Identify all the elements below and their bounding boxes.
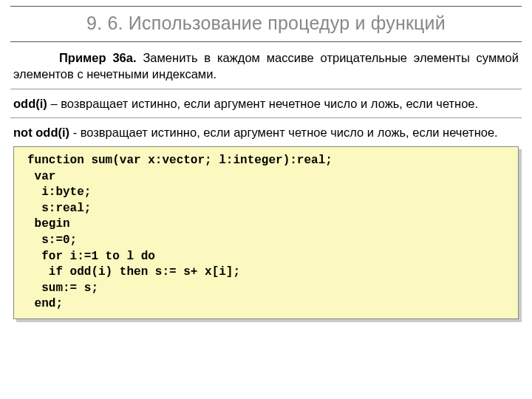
note-odd: odd(i) – возвращает истинно, если аргуме…	[10, 95, 522, 112]
divider-2	[10, 117, 522, 118]
code-line: var	[27, 170, 55, 183]
divider-1	[10, 89, 522, 89]
note-odd-sep: –	[47, 97, 61, 110]
slide-title: 9. 6. Использование процедур и функций	[13, 13, 519, 34]
note-not-odd-sep: -	[69, 126, 81, 139]
example-label: Пример 36а.	[59, 51, 137, 64]
code-line: begin	[27, 217, 70, 231]
code-line: for i:=1 to l do	[27, 250, 155, 263]
code-line: end;	[27, 297, 63, 310]
code-line: sum:= s;	[27, 282, 98, 295]
note-not-odd-desc: возвращает истинно, если аргумент четное…	[81, 126, 498, 139]
slide: 9. 6. Использование процедур и функций П…	[0, 0, 532, 399]
note-not-odd-term: not odd(i)	[13, 126, 69, 139]
note-odd-term: odd(i)	[13, 97, 47, 110]
example-paragraph: Пример 36а. Заменить в каждом массиве от…	[10, 50, 522, 83]
code-line: if odd(i) then s:= s+ x[i];	[27, 265, 240, 279]
code-line: i:byte;	[27, 185, 91, 199]
code-line: s:real;	[27, 202, 91, 215]
note-odd-desc: возвращает истинно, если аргумент нечетн…	[61, 97, 478, 110]
code-block: function sum(var x:vector; l:integer):re…	[13, 146, 519, 319]
code-block-wrap: function sum(var x:vector; l:integer):re…	[13, 146, 519, 319]
code-line: s:=0;	[27, 233, 77, 247]
code-line: function sum(var x:vector; l:integer):re…	[27, 154, 332, 167]
title-box: 9. 6. Использование процедур и функций	[10, 6, 522, 42]
note-not-odd: not odd(i) - возвращает истинно, если ар…	[10, 124, 522, 140]
